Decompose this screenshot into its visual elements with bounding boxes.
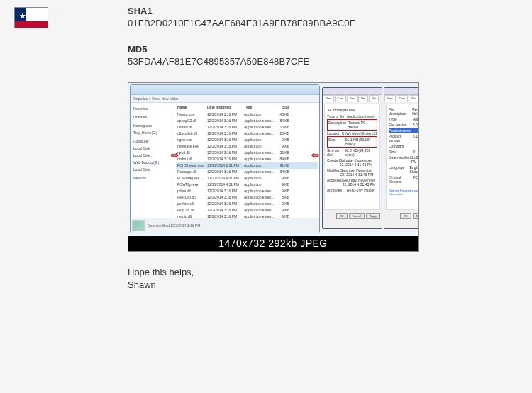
sha1-block: SHA1 01FB2D0210F1C47AAF684E31A9FB78F89BB… xyxy=(128,6,518,28)
closing-line1: Hope this helps, xyxy=(128,266,518,279)
closing-text: Hope this helps, Shawn xyxy=(128,266,518,292)
md5-value: 53FDA4AF81E7C4895357A50E848B7CFE xyxy=(128,56,518,67)
explorer-titlebar xyxy=(131,85,319,95)
embedded-screenshot[interactable]: Organize ▾ Open New folder FavoritesLibr… xyxy=(128,82,419,252)
user-flag-texas: ★ xyxy=(14,7,48,28)
explorer-window: Organize ▾ Open New folder FavoritesLibr… xyxy=(130,84,320,233)
explorer-tree: FavoritesLibrariesHomegroupTidy_Home(C:)… xyxy=(131,103,174,218)
sha1-label: SHA1 xyxy=(128,6,518,16)
md5-block: MD5 53FDA4AF81E7C4895357A50E848B7CFE xyxy=(128,44,518,67)
properties-general-window: GenComSecDetPre PCHShelper.exeType of fi… xyxy=(322,87,382,229)
sha1-value: 01FB2D0210F1C47AAF684E31A9FB78F89BBA9C0F xyxy=(128,18,518,28)
image-meta-bar: 1470x732 292kb JPEG xyxy=(128,236,418,251)
red-arrow-right-icon: ⇦ xyxy=(311,150,319,160)
red-arrow-left-icon: ⇨ xyxy=(171,150,179,160)
md5-label: MD5 xyxy=(128,44,518,55)
footer-thumbnail xyxy=(132,220,145,231)
footer-text: Date modified 12/2/2014 3:16 PM xyxy=(148,223,201,228)
explorer-footer: Date modified 12/2/2014 3:16 PM xyxy=(131,218,319,233)
closing-line2: Shawn xyxy=(128,279,518,292)
explorer-toolbar: Organize ▾ Open New folder xyxy=(131,95,319,103)
properties-details-window: GenComSecDetPre File descriptionRemote P… xyxy=(384,87,418,229)
explorer-file-list: NameDate modifiedTypeSizeNtprint.exe12/2… xyxy=(174,103,319,218)
